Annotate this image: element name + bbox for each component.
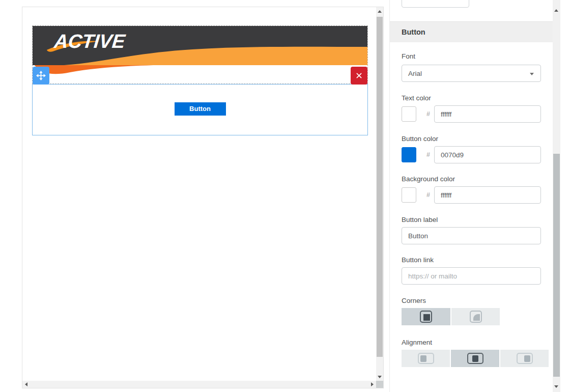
previous-section-input-partial[interactable]: [402, 0, 469, 8]
background-color-label: Background color: [402, 175, 541, 183]
banner-image-block[interactable]: ACTIVE: [32, 25, 368, 84]
hash-symbol: #: [426, 151, 430, 158]
scroll-down-icon[interactable]: [378, 376, 382, 378]
scroll-left-icon[interactable]: [25, 382, 27, 386]
align-center-button[interactable]: [451, 350, 499, 367]
scroll-down-icon[interactable]: [554, 385, 558, 388]
align-right-icon: [517, 353, 533, 364]
align-left-icon: [418, 353, 434, 364]
section-title: Button: [390, 22, 553, 42]
background-color-row: #: [402, 186, 541, 204]
panel-vertical-scrollbar[interactable]: [553, 0, 560, 392]
button-link-label: Button link: [402, 256, 541, 264]
align-center-icon: [467, 353, 483, 364]
align-left-button[interactable]: [402, 350, 450, 367]
move-handle[interactable]: [33, 67, 49, 85]
font-label: Font: [402, 52, 541, 61]
scroll-right-icon[interactable]: [371, 382, 374, 386]
scrollbar-corner: [376, 381, 383, 388]
background-color-swatch[interactable]: [402, 187, 416, 203]
corners-label: Corners: [402, 297, 541, 305]
section-header: Button: [390, 21, 553, 42]
text-color-swatch[interactable]: [402, 106, 416, 122]
move-icon: [36, 71, 46, 80]
font-select-value: Arial: [408, 70, 422, 77]
panel-vertical-scrollbar-thumb[interactable]: [553, 154, 560, 377]
canvas-vertical-scrollbar-thumb[interactable]: [377, 17, 383, 357]
button-color-swatch[interactable]: [402, 147, 416, 162]
corners-rounded-button[interactable]: [451, 308, 500, 325]
button-label-input[interactable]: [402, 227, 541, 244]
corners-rounded-icon: [470, 311, 482, 323]
close-icon: [355, 72, 363, 79]
active-banner-image: ACTIVE: [33, 26, 367, 83]
email-template: ACTIVE: [32, 25, 368, 135]
email-cta-button[interactable]: Button: [175, 102, 226, 116]
align-right-button[interactable]: [500, 350, 549, 367]
corners-square-icon: [420, 311, 432, 323]
hash-symbol: #: [426, 110, 430, 118]
corners-options: [402, 308, 501, 325]
alignment-options: [402, 350, 550, 367]
background-color-input[interactable]: [434, 186, 541, 204]
corners-square-button[interactable]: [402, 308, 450, 325]
text-color-row: #: [402, 105, 541, 123]
button-settings-panel: Button Font Arial Text color # Button co…: [389, 0, 553, 392]
canvas-vertical-scrollbar[interactable]: [376, 7, 383, 381]
button-color-input[interactable]: [434, 146, 541, 163]
delete-block-button[interactable]: [351, 67, 367, 85]
text-color-input[interactable]: [434, 105, 541, 123]
alignment-label: Alignment: [402, 339, 541, 347]
chevron-down-icon: [530, 73, 534, 75]
canvas-horizontal-scrollbar[interactable]: [22, 381, 376, 388]
email-canvas: ACTIVE: [22, 7, 384, 388]
scroll-up-icon[interactable]: [378, 10, 382, 13]
email-builder-page: ACTIVE: [0, 0, 570, 392]
button-link-input[interactable]: [402, 267, 541, 285]
button-color-row: #: [402, 146, 541, 163]
button-settings-form: Font Arial Text color # Button color # B…: [402, 42, 541, 367]
selected-button-block[interactable]: Button: [32, 84, 368, 135]
hash-symbol: #: [426, 191, 430, 199]
button-color-label: Button color: [402, 135, 541, 143]
text-color-label: Text color: [402, 94, 541, 102]
font-select[interactable]: Arial: [402, 65, 541, 82]
scroll-up-icon[interactable]: [554, 9, 558, 12]
active-logo-text: ACTIVE: [53, 31, 127, 52]
button-label-label: Button label: [402, 216, 541, 224]
